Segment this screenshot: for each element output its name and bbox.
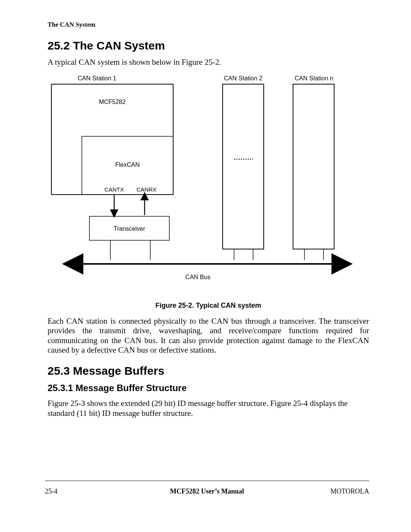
footer-brand: MOTOROLA (330, 487, 369, 495)
running-header: The CAN System (48, 21, 369, 29)
label-cantx: CANTX (105, 186, 124, 193)
footer-rule (45, 481, 369, 481)
label-station-2: CAN Station 2 (224, 75, 262, 81)
box-station-n (293, 84, 334, 249)
page-footer: 25-4 MCF5282 User’s Manual MOTOROLA (45, 487, 369, 495)
heading-25-2: 25.2 The CAN System (48, 39, 369, 52)
para-after-figure: Each CAN station is connected physically… (48, 316, 369, 355)
can-system-diagram: CAN Station 1 CAN Station 2 CAN Station … (48, 73, 363, 292)
footer-page-number: 25-4 (45, 487, 57, 495)
para-25-3-1: Figure 25-3 shows the extended (29 bit) … (48, 399, 369, 418)
label-station-1: CAN Station 1 (78, 75, 116, 81)
label-canrx: CANRX (137, 186, 157, 193)
box-station-2 (223, 84, 264, 249)
heading-25-3: 25.3 Message Buffers (48, 364, 369, 377)
label-can-bus: CAN Bus (185, 274, 210, 280)
figure-25-2: CAN Station 1 CAN Station 2 CAN Station … (48, 73, 369, 310)
footer-manual-title: MCF5282 User’s Manual (45, 487, 369, 495)
label-transceiver: Transceiver (114, 225, 146, 232)
label-station-n: CAN Station n (295, 75, 333, 81)
label-mcf5282: MCF5282 (99, 99, 126, 105)
label-flexcan: FlexCAN (115, 161, 140, 168)
figure-caption-25-2: Figure 25-2. Typical CAN system (48, 302, 369, 310)
heading-25-3-1: 25.3.1 Message Buffer Structure (48, 383, 369, 393)
intro-25-2: A typical CAN system is shown below in F… (48, 58, 369, 67)
